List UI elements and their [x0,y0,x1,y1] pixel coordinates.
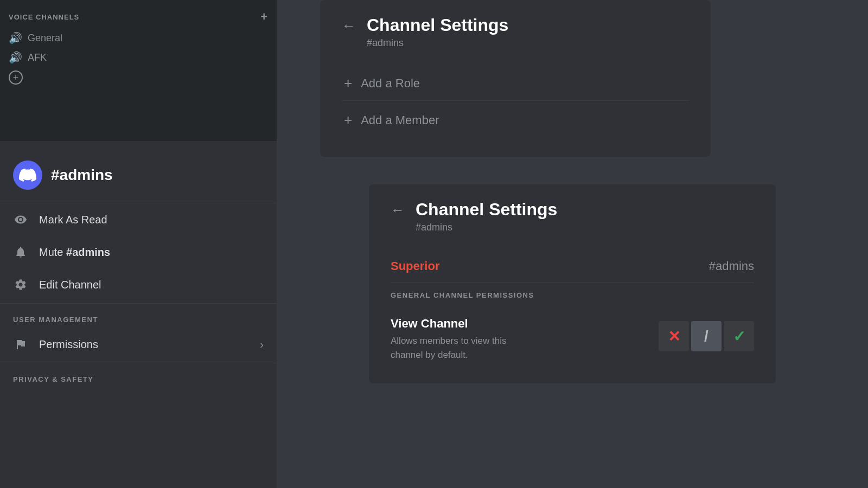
plus-icon-member: + [344,112,352,129]
mark-as-read-label: Mark As Read [39,214,107,226]
role-channel: #admins [709,259,754,273]
settings-header-top: ← Channel Settings #admins [342,15,689,49]
add-voice-channel-icon[interactable]: + [260,10,268,24]
settings-title-bottom: Channel Settings [416,200,557,220]
gear-icon [13,278,28,291]
view-channel-permission-row: View Channel Allows members to view this… [391,310,754,368]
sidebar-context-menu: #admins Mark As Read Mute #admins [0,141,277,396]
settings-title-block-bottom: Channel Settings #admins [416,200,557,233]
eye-icon [13,213,28,226]
speaker-icon: 🔊 [9,31,22,44]
divider-1 [0,303,277,304]
settings-title-top: Channel Settings [367,15,508,35]
add-role-button[interactable]: + Add a Role [342,66,689,101]
permissions-item-left: Permissions [13,338,98,351]
edit-channel-label: Edit Channel [39,279,101,291]
mute-channel-name: #admins [66,246,110,258]
bell-icon [13,246,28,259]
sidebar-top: VOICE CHANNELS + 🔊 General 🔊 AFK + [0,0,277,141]
view-channel-desc: Allows members to view this channel by d… [391,334,507,362]
channel-name-title: #admins [51,166,113,184]
allow-icon: ✓ [733,328,745,345]
sidebar: VOICE CHANNELS + 🔊 General 🔊 AFK + #admi… [0,0,277,488]
back-arrow-top[interactable]: ← [342,17,356,34]
settings-header-bottom: ← Channel Settings #admins [391,200,754,233]
main-content: ← Channel Settings #admins + Add a Role … [277,0,868,488]
mute-label: Mute #admins [39,246,110,259]
speaker-icon-afk: 🔊 [9,51,22,64]
privacy-safety-header: PRIVACY & SAFETY [0,365,277,388]
channel-settings-bottom-panel: ← Channel Settings #admins Superior #adm… [369,184,776,383]
role-name: Superior [391,259,439,273]
view-channel-name: View Channel [391,317,507,331]
user-management-header: USER MANAGEMENT [0,306,277,328]
view-channel-info: View Channel Allows members to view this… [391,317,507,362]
neutral-icon: / [704,328,709,345]
permissions-label: Permissions [39,338,98,351]
permission-controls: ✕ / ✓ [659,321,754,351]
mute-item[interactable]: Mute #admins [0,236,277,268]
server-logo [13,160,42,190]
mark-as-read-item[interactable]: Mark As Read [0,203,277,236]
voice-channels-header: VOICE CHANNELS + [0,5,277,28]
add-icon: + [9,70,23,85]
channel-header: #admins [0,150,277,203]
settings-title-block-top: Channel Settings #admins [367,15,508,49]
deny-button[interactable]: ✕ [659,321,689,351]
chevron-right-icon: › [260,338,264,351]
divider-2 [0,363,277,363]
flag-icon [13,338,28,351]
permissions-section-header: GENERAL CHANNEL PERMISSIONS [391,291,754,299]
view-channel-desc-line1: Allows members to view this [391,336,507,346]
sidebar-item-general[interactable]: 🔊 General [0,28,277,48]
plus-icon-role: + [344,75,352,92]
allow-button[interactable]: ✓ [724,321,754,351]
add-member-button[interactable]: + Add a Member [342,103,689,137]
add-channel-button[interactable]: + [0,67,277,88]
role-row: Superior #admins [391,251,754,282]
edit-channel-item[interactable]: Edit Channel [0,268,277,301]
add-member-label: Add a Member [361,113,439,127]
permissions-item[interactable]: Permissions › [0,328,277,361]
settings-subtitle-top: #admins [367,37,508,49]
sidebar-item-afk[interactable]: 🔊 AFK [0,48,277,67]
settings-subtitle-bottom: #admins [416,222,557,233]
channel-settings-top-panel: ← Channel Settings #admins + Add a Role … [320,0,711,157]
voice-channels-label: VOICE CHANNELS [9,13,79,21]
back-arrow-bottom[interactable]: ← [391,202,405,219]
deny-icon: ✕ [668,328,680,345]
add-role-label: Add a Role [361,76,420,91]
neutral-button[interactable]: / [691,321,722,351]
afk-channel-label: AFK [28,52,47,63]
view-channel-desc-line2: channel by default. [391,350,468,360]
general-channel-label: General [28,33,62,44]
